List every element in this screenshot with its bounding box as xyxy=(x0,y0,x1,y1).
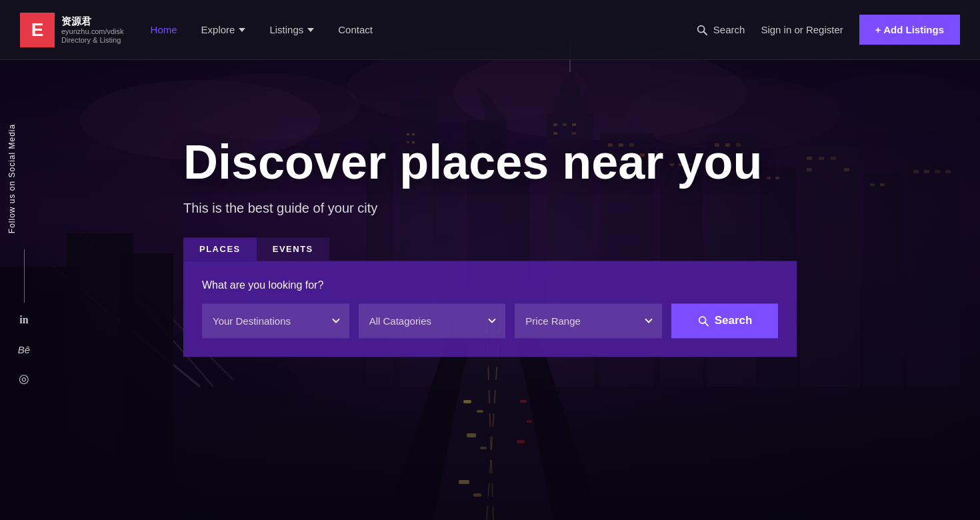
tab-places[interactable]: PLACES xyxy=(183,238,257,261)
search-icon xyxy=(696,24,708,36)
behance-icon[interactable]: Bē xyxy=(12,337,36,361)
nav-explore[interactable]: Explore xyxy=(201,24,246,35)
nav-explore-label: Explore xyxy=(201,24,235,35)
svg-line-87 xyxy=(705,323,708,326)
signin-link[interactable]: Sign in or Register xyxy=(761,24,843,35)
nav-links: Home Explore Listings Contact xyxy=(151,24,696,35)
brand-tagline: Directory & Listing xyxy=(61,36,124,44)
logo-subtitle: eyunzhu.com/vdisk xyxy=(61,27,124,36)
nav-listings[interactable]: Listings xyxy=(269,24,314,35)
add-listing-button[interactable]: + Add Listings xyxy=(859,15,960,45)
search-form-body: What are you looking for? Your Destinati… xyxy=(183,261,797,357)
search-tabs: PLACES EVENTS xyxy=(183,238,797,261)
explore-chevron-icon xyxy=(239,28,245,32)
social-divider xyxy=(24,249,25,303)
hero-content: Discover places near you This is the bes… xyxy=(183,136,797,357)
search-form-row: Your DestinationsNew YorkLos AngelesChic… xyxy=(202,304,778,339)
search-btn-label: Search xyxy=(715,315,753,328)
categories-select[interactable]: All CatagoriesRestaurantsHotelsShoppingE… xyxy=(359,304,506,339)
hero-subtitle: This is the best guide of your city xyxy=(183,201,797,217)
listings-chevron-icon xyxy=(307,28,314,32)
nav-contact[interactable]: Contact xyxy=(338,24,373,35)
hero-title: Discover places near you xyxy=(183,136,797,189)
svg-line-85 xyxy=(703,31,707,35)
logo-area[interactable]: E 资源君 eyunzhu.com/vdisk Directory & List… xyxy=(20,13,124,47)
nav-actions: Search Sign in or Register + Add Listing… xyxy=(696,15,960,45)
search-nav[interactable]: Search xyxy=(696,24,745,36)
logo-icon: E xyxy=(20,13,55,47)
dribbble-icon[interactable]: ◎ xyxy=(12,367,36,391)
search-nav-label: Search xyxy=(713,24,745,35)
navbar: E 资源君 eyunzhu.com/vdisk Directory & List… xyxy=(0,0,980,60)
nav-home[interactable]: Home xyxy=(151,24,177,35)
linkedin-icon[interactable]: in xyxy=(12,308,36,332)
price-select[interactable]: Price Range$$$$$$$$$$ xyxy=(515,304,662,339)
logo-title: 资源君 xyxy=(61,15,124,27)
destination-select[interactable]: Your DestinationsNew YorkLos AngelesChic… xyxy=(202,304,349,339)
nav-listings-label: Listings xyxy=(269,24,303,35)
search-form-label: What are you looking for? xyxy=(202,280,778,292)
follow-text: Follow us on Social Media xyxy=(7,124,29,233)
search-widget: PLACES EVENTS What are you looking for? … xyxy=(183,238,797,357)
sidebar-social: Follow us on Social Media in Bē ◎ xyxy=(0,124,36,396)
search-button[interactable]: Search xyxy=(671,304,778,339)
tab-events[interactable]: EVENTS xyxy=(257,238,329,261)
logo-text: 资源君 eyunzhu.com/vdisk Directory & Listin… xyxy=(61,15,124,44)
search-btn-icon xyxy=(697,315,709,327)
